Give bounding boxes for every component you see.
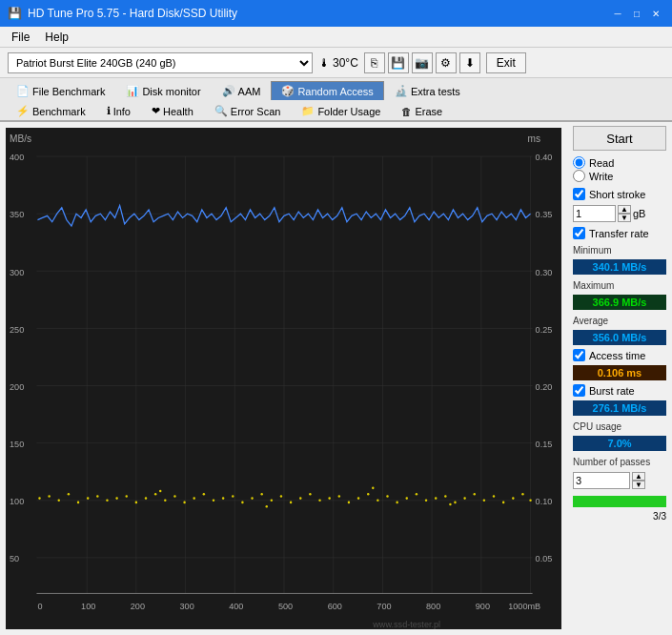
read-radio-label[interactable]: Read	[573, 156, 666, 169]
passes-spinners: ▲ ▼	[632, 472, 645, 489]
tab-area: 📄 File Benchmark 📊 Disk monitor 🔊 AAM 🎲 …	[0, 78, 672, 122]
passes-up[interactable]: ▲	[632, 472, 645, 481]
settings-icon[interactable]: ⚙	[436, 52, 457, 73]
transfer-rate-checkbox[interactable]	[573, 227, 585, 239]
file-benchmark-icon: 📄	[16, 85, 30, 97]
short-stroke-checkbox[interactable]	[573, 188, 585, 200]
maximize-button[interactable]: □	[628, 5, 645, 22]
svg-point-71	[386, 495, 388, 498]
short-stroke-down[interactable]: ▼	[618, 214, 631, 222]
svg-point-38	[68, 493, 70, 496]
svg-point-81	[483, 499, 485, 502]
download-icon[interactable]: ⬇	[459, 52, 480, 73]
tab-error-scan[interactable]: 🔍 Error Scan	[204, 101, 292, 120]
passes-input-row: 3 ▲ ▼	[573, 472, 666, 489]
menu-file[interactable]: File	[4, 29, 37, 46]
tab-file-benchmark[interactable]: 📄 File Benchmark	[6, 81, 115, 100]
maximum-label: Maximum	[573, 280, 666, 291]
svg-point-42	[106, 499, 108, 502]
access-time-checkbox-label[interactable]: Access time	[573, 349, 666, 361]
save-icon[interactable]: 💾	[388, 52, 409, 73]
svg-point-86	[529, 499, 531, 502]
chart-svg: MB/s ms 400 350 300 250 200 150 100	[6, 128, 561, 629]
toolbar: Patriot Burst Elite 240GB (240 gB) 🌡 30°…	[0, 48, 672, 78]
write-radio-label[interactable]: Write	[573, 170, 666, 182]
svg-point-80	[474, 493, 476, 496]
tab-disk-monitor[interactable]: 📊 Disk monitor	[115, 81, 211, 100]
short-stroke-checkbox-label[interactable]: Short stroke	[573, 188, 666, 200]
minimize-button[interactable]: ─	[609, 5, 626, 22]
tab-extra-tests[interactable]: 🔬 Extra tests	[384, 81, 471, 100]
read-radio[interactable]	[573, 156, 585, 169]
access-time-checkbox[interactable]	[573, 349, 585, 361]
svg-point-35	[38, 497, 40, 500]
svg-point-90	[449, 503, 451, 506]
svg-text:0.15: 0.15	[536, 439, 553, 449]
svg-point-64	[318, 499, 320, 502]
title-bar-left: 💾 HD Tune Pro 5.75 - Hard Disk/SSD Utili…	[8, 7, 237, 20]
copy-icon[interactable]: ⎘	[364, 52, 385, 73]
svg-point-89	[372, 487, 374, 490]
passes-input[interactable]: 3	[573, 472, 630, 489]
svg-text:0.20: 0.20	[536, 381, 553, 392]
svg-point-69	[367, 493, 369, 496]
tab-health[interactable]: ❤ Health	[141, 101, 204, 120]
svg-point-73	[406, 497, 408, 500]
svg-point-61	[290, 502, 292, 504]
start-button[interactable]: Start	[573, 126, 666, 151]
svg-text:700: 700	[377, 600, 391, 610]
svg-point-58	[260, 493, 262, 496]
svg-point-70	[377, 499, 378, 502]
svg-text:0.30: 0.30	[536, 266, 553, 277]
thermometer-icon: 🌡	[318, 56, 330, 70]
cpu-usage-label: CPU usage	[573, 421, 666, 432]
close-button[interactable]: ✕	[647, 5, 664, 22]
tab-benchmark[interactable]: ⚡ Benchmark	[6, 101, 96, 120]
tab-erase[interactable]: 🗑 Erase	[391, 101, 453, 120]
svg-text:200: 200	[131, 600, 145, 610]
svg-text:0.35: 0.35	[536, 209, 553, 219]
svg-point-78	[454, 502, 456, 504]
camera-icon[interactable]: 📷	[412, 52, 433, 73]
svg-text:600: 600	[328, 600, 342, 610]
svg-text:100: 100	[10, 496, 24, 506]
svg-point-60	[280, 495, 282, 498]
short-stroke-input[interactable]: 1	[573, 205, 616, 222]
svg-text:0.10: 0.10	[536, 496, 553, 506]
burst-rate-checkbox[interactable]	[573, 384, 585, 397]
average-label: Average	[573, 316, 666, 326]
passes-down[interactable]: ▼	[632, 481, 645, 489]
disk-selector[interactable]: Patriot Burst Elite 240GB (240 gB)	[8, 52, 313, 73]
menu-help[interactable]: Help	[37, 29, 76, 46]
tab-folder-usage[interactable]: 📁 Folder Usage	[291, 101, 391, 120]
svg-text:www.ssd-tester.pl: www.ssd-tester.pl	[372, 619, 440, 629]
tab-random-access[interactable]: 🎲 Random Access	[271, 81, 383, 100]
cpu-usage-value: 7.0%	[573, 436, 666, 451]
app-icon: 💾	[8, 7, 22, 20]
tab-info[interactable]: ℹ Info	[96, 101, 141, 120]
access-time-label: Access time	[589, 350, 645, 361]
svg-point-59	[271, 499, 273, 502]
short-stroke-unit: gB	[633, 208, 645, 219]
svg-point-67	[348, 502, 350, 504]
exit-button[interactable]: Exit	[486, 52, 526, 73]
svg-point-41	[96, 495, 98, 498]
svg-point-65	[328, 497, 330, 500]
write-radio[interactable]	[573, 170, 585, 182]
tab-aam[interactable]: 🔊 AAM	[212, 81, 272, 100]
number-of-passes-label: Number of passes	[573, 457, 666, 467]
toolbar-icons: ⎘ 💾 📷 ⚙ ⬇	[364, 52, 480, 73]
short-stroke-up[interactable]: ▲	[618, 205, 631, 214]
svg-point-83	[502, 502, 504, 504]
transfer-rate-checkbox-label[interactable]: Transfer rate	[573, 227, 666, 239]
transfer-rate-label: Transfer rate	[589, 228, 649, 239]
svg-point-63	[309, 493, 311, 496]
chart-container: MB/s ms 400 350 300 250 200 150 100	[6, 128, 561, 629]
write-label: Write	[589, 171, 613, 182]
svg-point-51	[193, 497, 194, 500]
progress-bar-container	[573, 496, 666, 507]
svg-point-53	[213, 499, 214, 502]
svg-text:100: 100	[81, 600, 95, 610]
burst-rate-checkbox-label[interactable]: Burst rate	[573, 384, 666, 397]
progress-bar	[573, 496, 666, 507]
